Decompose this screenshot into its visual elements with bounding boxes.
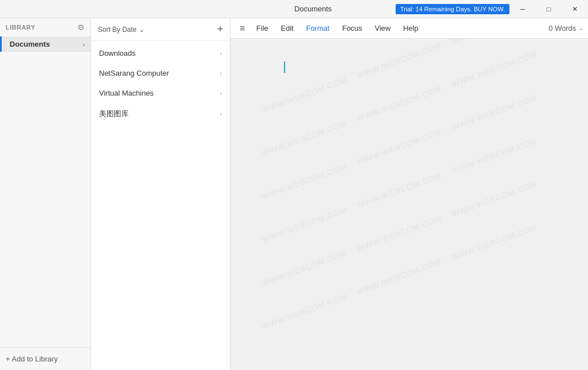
folder-netsarang-label: NetSarang Computer: [99, 69, 169, 77]
sort-chevron-icon: ⌄: [139, 26, 145, 34]
folder-item-netsarang[interactable]: NetSarang Computer ›: [91, 63, 230, 83]
sidebar-item-documents[interactable]: Documents ›: [0, 36, 91, 52]
watermark-text: WWW.WEBCOM.COM WWW.WEBCOM.COM WWW.WEBCOM…: [233, 39, 565, 182]
add-to-library-label: + Add to Library: [6, 355, 57, 363]
watermark-text: WWW.WEBCOM.COM WWW.WEBCOM.COM WWW.WEBCOM…: [233, 69, 565, 225]
menu-view[interactable]: View: [369, 20, 396, 36]
sidebar-header: LIBRARY ⚙: [0, 18, 91, 36]
menu-file[interactable]: File: [250, 20, 274, 36]
editor-canvas[interactable]: WWW.WEBCOM.COM WWW.WEBCOM.COM WWW.WEBCOM…: [231, 39, 588, 370]
titlebar: Documents Trial: 14 Remaining Days. BUY …: [0, 0, 588, 18]
watermark: WWW.WEBCOM.COM WWW.WEBCOM.COM WWW.WEBCOM…: [231, 39, 588, 370]
titlebar-title: Documents: [231, 5, 396, 13]
sidebar-documents-label: Documents: [10, 40, 50, 48]
sidebar: LIBRARY ⚙ Documents › + Add to Library: [0, 18, 91, 370]
words-count-badge[interactable]: 0 Words ⌄: [549, 24, 583, 32]
maximize-button[interactable]: □: [536, 0, 562, 18]
words-count-label: 0 Words: [549, 24, 576, 32]
editor-area: ≡ File Edit Format Focus View Help 0 Wor…: [231, 18, 588, 370]
document-title: Documents: [294, 5, 332, 13]
folder-downloads-label: Downloads: [99, 49, 135, 57]
minimize-button[interactable]: ─: [509, 0, 536, 18]
add-document-button[interactable]: +: [217, 23, 223, 35]
words-chevron-icon: ⌄: [578, 24, 583, 32]
sort-button[interactable]: Sort By Date ⌄: [98, 26, 145, 34]
folder-arrow-icon: ›: [220, 110, 222, 118]
hamburger-icon[interactable]: ≡: [235, 20, 249, 37]
close-button[interactable]: ✕: [562, 0, 588, 18]
sort-label-text: Sort By Date: [98, 26, 137, 34]
folder-item-downloads[interactable]: Downloads ›: [91, 43, 230, 63]
app-container: LIBRARY ⚙ Documents › + Add to Library S…: [0, 18, 588, 370]
text-cursor: [284, 61, 285, 73]
folder-arrow-icon: ›: [220, 69, 222, 77]
file-panel: Sort By Date ⌄ + Downloads › NetSarang C…: [91, 18, 231, 370]
folder-list: Downloads › NetSarang Computer › Virtual…: [91, 41, 230, 370]
folder-arrow-icon: ›: [220, 50, 222, 57]
watermark-text: WWW.WEBCOM.COM WWW.WEBCOM.COM WWW.WEBCOM…: [233, 199, 565, 355]
menu-edit[interactable]: Edit: [275, 20, 299, 36]
folder-meituxiuxiu-label: 美图图库: [99, 109, 129, 119]
menu-help[interactable]: Help: [397, 20, 424, 36]
watermark-text: WWW.WEBCOM.COM WWW.WEBCOM.COM WWW.WEBCOM…: [233, 39, 565, 138]
folder-virtual-machines-label: Virtual Machines: [99, 89, 154, 97]
sidebar-library-label: LIBRARY: [6, 24, 35, 31]
file-panel-header: Sort By Date ⌄ +: [91, 18, 230, 41]
watermark-text: WWW.WEBCOM.COM WWW.WEBCOM.COM WWW.WEBCOM…: [233, 112, 565, 268]
titlebar-controls: Trial: 14 Remaining Days. BUY NOW. ─ □ ✕: [396, 0, 588, 18]
folder-item-meituxiuxiu[interactable]: 美图图库 ›: [91, 103, 230, 125]
menu-focus[interactable]: Focus: [336, 20, 368, 36]
trial-badge[interactable]: Trial: 14 Remaining Days. BUY NOW.: [396, 4, 509, 14]
menu-format[interactable]: Format: [301, 20, 335, 36]
add-to-library-button[interactable]: + Add to Library: [0, 347, 91, 370]
chevron-right-icon: ›: [83, 41, 85, 48]
folder-item-virtual-machines[interactable]: Virtual Machines ›: [91, 83, 230, 103]
gear-icon[interactable]: ⚙: [77, 23, 85, 32]
menubar: ≡ File Edit Format Focus View Help 0 Wor…: [231, 18, 588, 39]
folder-arrow-icon: ›: [220, 89, 222, 97]
watermark-text: WWW.WEBCOM.COM WWW.WEBCOM.COM WWW.WEBCOM…: [233, 155, 565, 311]
